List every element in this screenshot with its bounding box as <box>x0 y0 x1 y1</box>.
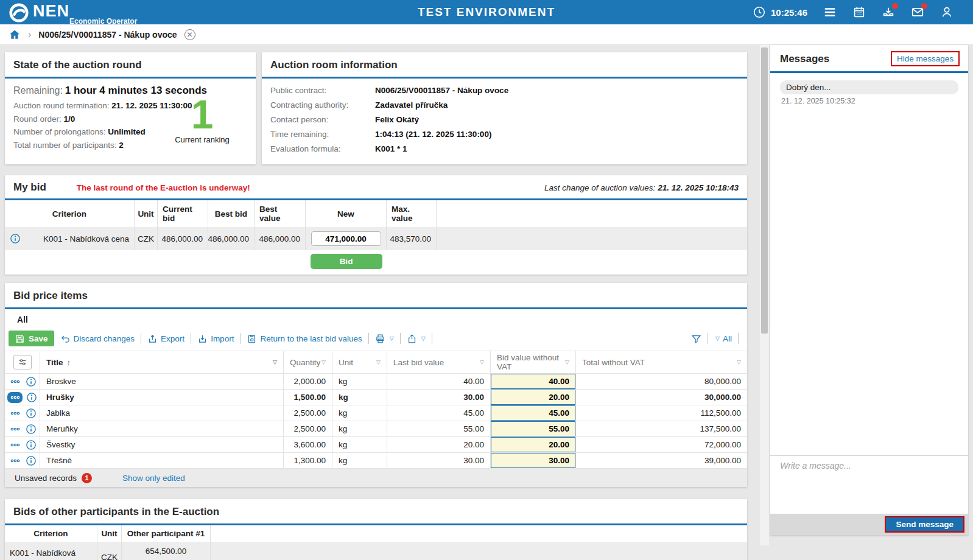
toolbar-separator <box>368 333 369 344</box>
main-scrollbar[interactable] <box>760 45 769 545</box>
info-icon[interactable] <box>26 376 37 387</box>
column-settings-button[interactable] <box>13 355 32 369</box>
funnel-icon <box>691 334 701 344</box>
bid-value-input[interactable] <box>491 405 575 421</box>
item-title: Jablka <box>40 405 284 421</box>
column-header-quantity[interactable]: Quantity▽ <box>284 351 332 374</box>
menu-button[interactable] <box>823 5 837 19</box>
message-input[interactable] <box>770 456 968 514</box>
sort-asc-icon: ↑ <box>67 358 71 367</box>
item-quantity: 2,500.00 <box>284 405 332 421</box>
downloads-notification-badge <box>892 3 898 9</box>
column-filter-icon[interactable]: ▽ <box>480 359 484 365</box>
column-filter-icon[interactable]: ▽ <box>321 359 326 365</box>
column-header-best-bid: Best bid <box>208 200 255 227</box>
my-bid-title: My bid <box>13 181 46 194</box>
item-unit: kg <box>332 421 387 437</box>
other-bids-row: K001 - Nabídková cena CZK 654,500.00 Sho… <box>5 542 747 560</box>
close-tab-button[interactable]: ✕ <box>184 29 195 40</box>
calendar-button[interactable] <box>852 5 866 19</box>
menu-icon <box>823 5 837 19</box>
last-round-alert: The last round of the E-auction is under… <box>77 183 250 192</box>
return-last-bid-values-button[interactable]: Return to the last bid values <box>247 334 362 344</box>
info-icon[interactable] <box>26 439 37 450</box>
current-ranking: 1 Current ranking <box>166 96 239 144</box>
show-only-edited-link[interactable]: Show only edited <box>122 474 185 483</box>
info-icon[interactable] <box>26 392 37 403</box>
toolbar-separator <box>738 333 739 344</box>
breadcrumb-title: N006/25/V00011857 - Nákup ovoce <box>38 30 177 40</box>
hide-messages-button[interactable]: Hide messages <box>891 51 960 66</box>
show-item-values-link[interactable]: Show item values <box>134 558 198 560</box>
share-button[interactable]: ▽ <box>407 334 426 344</box>
item-last-bid: 55.00 <box>387 421 491 437</box>
toolbar-separator <box>240 333 241 344</box>
messages-title: Messages <box>780 53 829 65</box>
scrollbar-thumb[interactable] <box>761 47 768 334</box>
bid-items-title: Bid price items <box>13 290 88 302</box>
export-button[interactable]: Export <box>147 334 184 344</box>
bid-value-input[interactable] <box>491 390 575 405</box>
item-quantity: 1,500.00 <box>284 390 332 405</box>
user-button[interactable] <box>940 5 954 19</box>
column-header-unit: Unit <box>97 525 122 542</box>
print-button[interactable]: ▽ <box>375 334 394 344</box>
row-menu-button[interactable] <box>9 457 22 465</box>
save-icon <box>15 334 25 344</box>
table-row: Meruňky 2,500.00 kg 55.00 137,500.00 <box>5 421 747 437</box>
info-icon[interactable] <box>26 455 37 466</box>
column-header-unit[interactable]: Unit▽ <box>332 351 387 374</box>
home-icon <box>9 29 21 41</box>
row-menu-button[interactable] <box>9 441 22 449</box>
column-filter-icon[interactable]: ▽ <box>737 359 741 365</box>
info-icon[interactable] <box>10 233 21 244</box>
breadcrumb: › N006/25/V00011857 - Nákup ovoce ✕ <box>0 24 973 45</box>
field-value: K001 * 1 <box>375 144 407 153</box>
new-bid-input[interactable] <box>311 231 381 246</box>
column-header-title[interactable]: Title ↑ ▽ <box>40 351 284 374</box>
printer-icon <box>375 334 385 344</box>
column-filter-icon[interactable]: ▽ <box>565 359 569 365</box>
view-selector[interactable]: ▽ All <box>714 334 732 343</box>
info-icon[interactable] <box>26 408 37 419</box>
criterion-name: K001 - Nabídková cena <box>5 542 97 560</box>
discard-changes-button[interactable]: Discard changes <box>60 334 135 344</box>
bid-value-input[interactable] <box>491 437 575 452</box>
other-participants-panel: Bids of other participants in the E-auct… <box>5 499 747 560</box>
bid-value-input[interactable] <box>491 421 575 436</box>
room-panel-title: Auction room information <box>270 59 398 71</box>
save-button[interactable]: Save <box>9 331 54 346</box>
tab-all[interactable]: All <box>9 312 44 327</box>
field-value: Zadavatel příručka <box>375 100 448 110</box>
row-menu-button[interactable] <box>9 425 22 433</box>
user-icon <box>940 5 954 19</box>
bid-value-input[interactable] <box>491 374 575 389</box>
bid-button[interactable]: Bid <box>311 254 382 269</box>
row-menu-button[interactable] <box>7 392 23 403</box>
column-header-max-value: Max. value <box>387 200 437 227</box>
column-header-total[interactable]: Total without VAT▽ <box>576 351 747 374</box>
column-filter-icon[interactable]: ▽ <box>273 359 277 365</box>
row-menu-button[interactable] <box>9 409 22 418</box>
item-total: 80,000.00 <box>576 374 747 390</box>
state-panel-title: State of the auction round <box>13 59 142 71</box>
send-message-button[interactable]: Send message <box>885 516 964 533</box>
row-menu-button[interactable] <box>9 377 22 386</box>
table-row: Švestky 3,600.00 kg 20.00 72,000.00 <box>5 437 747 453</box>
info-icon[interactable] <box>26 424 37 435</box>
downloads-button[interactable] <box>882 5 895 19</box>
home-button[interactable] <box>9 29 21 41</box>
filter-button[interactable] <box>691 334 701 344</box>
column-header-last-bid[interactable]: Last bid value▽ <box>387 351 491 374</box>
last-change-label: Last change of auction values: <box>544 183 655 192</box>
bid-value-input[interactable] <box>491 453 575 468</box>
toolbar-separator <box>141 333 141 344</box>
column-filter-icon[interactable]: ▽ <box>376 359 381 365</box>
import-icon <box>197 334 208 344</box>
column-header-bid-value[interactable]: Bid value without VAT▽ <box>491 351 576 374</box>
field-label: Contact person: <box>270 115 375 124</box>
import-button[interactable]: Import <box>197 334 234 344</box>
field-label: Contracting authority: <box>270 100 375 110</box>
mail-button[interactable] <box>911 5 924 19</box>
item-total: 39,000.00 <box>576 453 747 469</box>
